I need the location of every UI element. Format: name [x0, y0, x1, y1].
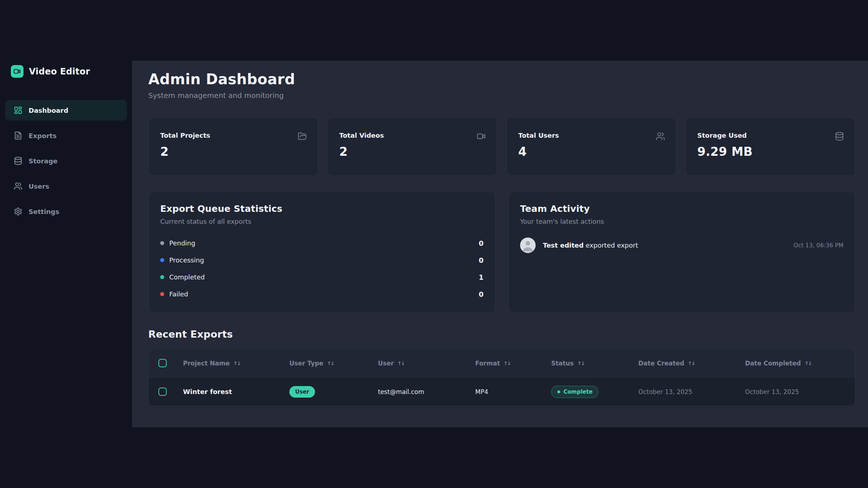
column-header-project-name[interactable]: Project Name ↑↓	[173, 360, 280, 367]
app-title: Video Editor	[29, 67, 90, 77]
cell-user-type: User	[280, 386, 368, 398]
stat-card-total-users: Total Users 4	[506, 117, 676, 176]
queue-list: Pending 0 Processing 0 Completed 1 Faile…	[160, 235, 484, 303]
main-panel: Admin Dashboard System management and mo…	[132, 61, 868, 427]
recent-exports-table: Project Name ↑↓ User Type ↑↓ User ↑↓ For…	[148, 349, 855, 406]
queue-value: 0	[479, 256, 484, 264]
status-dot-icon	[557, 390, 560, 393]
column-header-user[interactable]: User ↑↓	[368, 360, 465, 367]
sidebar-item-label: Storage	[29, 157, 58, 165]
stat-card-storage-used: Storage Used 9.29 MB	[685, 117, 855, 176]
stat-card-total-videos: Total Videos 2	[327, 117, 497, 176]
card-subtitle: Your team's latest actions	[520, 218, 843, 225]
page-subtitle: System management and monitoring	[148, 91, 855, 100]
cell-status: Complete	[541, 386, 629, 398]
folder-open-icon	[298, 132, 307, 141]
failed-dot-icon	[160, 292, 164, 296]
queue-row-pending: Pending 0	[160, 235, 484, 252]
table-header-row: Project Name ↑↓ User Type ↑↓ User ↑↓ For…	[149, 349, 855, 377]
activity-action: exported export	[584, 241, 638, 249]
status-badge: Complete	[551, 386, 599, 398]
stat-value: 2	[160, 145, 306, 159]
sort-icon: ↑↓	[397, 360, 404, 366]
stat-value: 2	[339, 145, 485, 159]
select-all-checkbox[interactable]	[158, 359, 167, 367]
activity-timestamp: Oct 13, 06:36 PM	[793, 242, 843, 249]
column-header-date-created[interactable]: Date Created ↑↓	[629, 360, 735, 367]
sidebar-item-label: Exports	[29, 132, 56, 140]
table-row[interactable]: Winter forest User test@mail.com MP4 Com…	[149, 377, 855, 406]
sidebar: Video Editor Dashboard Exports	[0, 0, 132, 488]
file-text-icon	[14, 131, 22, 140]
queue-value: 1	[479, 273, 484, 281]
queue-row-completed: Completed 1	[160, 269, 484, 286]
cell-date-completed: October 13, 2025	[735, 388, 855, 395]
queue-row-processing: Processing 0	[160, 252, 484, 269]
completed-dot-icon	[160, 275, 164, 279]
sort-icon: ↑↓	[327, 360, 334, 366]
column-header-date-completed[interactable]: Date Completed ↑↓	[735, 360, 855, 367]
middle-row: Export Queue Statistics Current status o…	[148, 192, 855, 313]
users-icon	[14, 182, 22, 191]
column-header-user-type[interactable]: User Type ↑↓	[280, 360, 368, 367]
user-type-badge: User	[289, 386, 315, 398]
stat-label: Total Videos	[339, 132, 485, 139]
stat-value: 4	[518, 145, 664, 159]
sidebar-item-label: Dashboard	[29, 107, 68, 114]
sidebar-item-dashboard[interactable]: Dashboard	[5, 100, 127, 121]
sidebar-item-label: Settings	[29, 208, 59, 215]
column-header-status[interactable]: Status ↑↓	[541, 360, 629, 367]
video-camera-logo-icon	[11, 65, 24, 78]
sidebar-item-storage[interactable]: Storage	[5, 150, 127, 171]
sidebar-item-users[interactable]: Users	[5, 176, 127, 197]
column-header-format[interactable]: Format ↑↓	[465, 360, 541, 367]
stat-card-total-projects: Total Projects 2	[148, 117, 318, 176]
card-title: Export Queue Statistics	[160, 204, 484, 214]
activity-item: Test edited exported export Oct 13, 06:3…	[520, 237, 843, 253]
card-subtitle: Current status of all exports	[160, 218, 484, 225]
pending-dot-icon	[160, 241, 164, 245]
sidebar-item-settings[interactable]: Settings	[5, 201, 127, 222]
activity-actor: Test edited	[543, 241, 584, 249]
queue-row-failed: Failed 0	[160, 286, 484, 303]
queue-label: Processing	[169, 256, 204, 264]
sort-icon: ↑↓	[804, 360, 811, 366]
cell-project-name: Winter forest	[173, 388, 280, 395]
header-checkbox-cell	[149, 359, 173, 367]
card-title: Team Activity	[520, 204, 843, 214]
cell-format: MP4	[465, 388, 541, 395]
sidebar-nav: Dashboard Exports Storage	[0, 100, 132, 222]
dashboard-grid-icon	[14, 106, 22, 115]
cell-date-created: October 13, 2025	[629, 388, 735, 395]
database-icon	[835, 132, 844, 141]
queue-value: 0	[479, 290, 484, 298]
sort-icon: ↑↓	[233, 360, 240, 366]
row-checkbox[interactable]	[158, 388, 167, 396]
users-icon	[656, 132, 665, 141]
stat-label: Storage Used	[697, 132, 843, 139]
queue-label: Completed	[169, 273, 205, 281]
queue-value: 0	[479, 239, 484, 247]
stats-row: Total Projects 2 Total Videos 2 Total Us…	[148, 117, 855, 176]
avatar	[520, 237, 536, 253]
queue-label: Pending	[169, 239, 195, 247]
stat-label: Total Users	[518, 132, 664, 139]
page-title: Admin Dashboard	[148, 70, 855, 88]
sort-icon: ↑↓	[503, 360, 510, 366]
video-camera-icon	[477, 132, 486, 141]
sidebar-item-exports[interactable]: Exports	[5, 125, 127, 146]
export-queue-card: Export Queue Statistics Current status o…	[148, 192, 495, 313]
cell-user: test@mail.com	[368, 388, 465, 395]
row-checkbox-cell	[149, 388, 173, 396]
stat-label: Total Projects	[160, 132, 306, 139]
sort-icon: ↑↓	[577, 360, 584, 366]
database-icon	[14, 157, 22, 165]
queue-label: Failed	[169, 290, 188, 298]
gear-icon	[14, 207, 22, 216]
team-activity-card: Team Activity Your team's latest actions…	[508, 192, 855, 313]
sidebar-item-label: Users	[29, 183, 49, 190]
processing-dot-icon	[160, 258, 164, 262]
activity-text: Test edited exported export	[543, 241, 638, 249]
app-brand: Video Editor	[0, 0, 132, 78]
stat-value: 9.29 MB	[697, 145, 843, 159]
